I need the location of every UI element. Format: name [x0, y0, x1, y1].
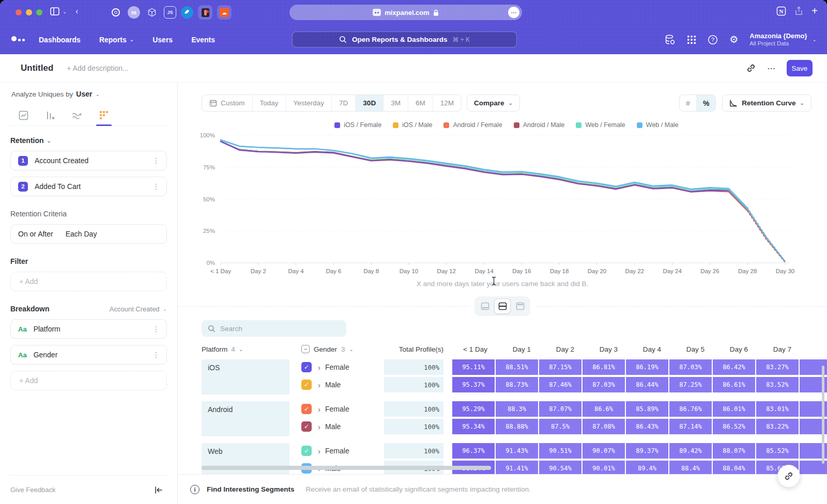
- mode-absolute[interactable]: #: [680, 95, 697, 111]
- help-icon[interactable]: ?: [708, 35, 718, 45]
- retention-step-card[interactable]: 2Added To Cart⋮: [10, 177, 167, 196]
- notion-icon[interactable]: N: [776, 6, 786, 16]
- segments-title[interactable]: Find Interesting Segments: [207, 485, 295, 493]
- step-options-icon[interactable]: ⋮: [152, 156, 160, 165]
- js-extension-icon[interactable]: JS: [164, 6, 176, 19]
- day-column-header[interactable]: Day 7: [756, 345, 799, 353]
- day-column-header[interactable]: Day 4: [626, 345, 668, 353]
- retention-value-cell[interactable]: 86.44%: [626, 377, 668, 392]
- range-custom[interactable]: Custom: [202, 95, 253, 111]
- breakdown-options-icon[interactable]: ⋮: [152, 351, 160, 359]
- series-line-android-female[interactable]: [221, 141, 747, 211]
- retention-line-chart[interactable]: 100%75%50%25%0%< 1 DayDay 2Day 4Day 6Day…: [178, 130, 827, 279]
- retention-value-cell[interactable]: 90.54%: [539, 461, 581, 474]
- pinned-tab-icon[interactable]: [198, 5, 212, 20]
- series-line-ios-male[interactable]: [221, 141, 747, 210]
- retention-value-cell[interactable]: 85.52%: [756, 443, 799, 459]
- more-options-icon[interactable]: ⋯: [767, 64, 775, 73]
- target-extension-icon[interactable]: [109, 5, 123, 20]
- add-breakdown-button[interactable]: + Add: [10, 371, 167, 390]
- back-button[interactable]: ‹: [75, 6, 79, 17]
- retention-value-cell[interactable]: 83.27%: [756, 359, 799, 375]
- series-checkbox[interactable]: ✓: [301, 380, 312, 390]
- series-line-web-male[interactable]: [747, 208, 785, 261]
- retention-value-cell[interactable]: 87.03%: [583, 377, 625, 392]
- settings-gear-icon[interactable]: ⚙: [729, 34, 738, 45]
- retention-value-cell[interactable]: 88.88%: [496, 419, 538, 434]
- zoom-window-button[interactable]: [36, 9, 42, 15]
- retention-value-cell[interactable]: 87.46%: [539, 377, 581, 392]
- share-icon[interactable]: [794, 6, 803, 16]
- breakdown-options-icon[interactable]: ⋮: [152, 325, 160, 333]
- minimize-window-button[interactable]: [26, 9, 32, 15]
- analyze-value[interactable]: User: [76, 90, 92, 98]
- expand-chevron-icon[interactable]: ›: [318, 405, 320, 414]
- retention-value-cell[interactable]: 96.37%: [452, 443, 495, 459]
- retention-value-cell[interactable]: 86.6%: [583, 401, 625, 417]
- retention-value-cell[interactable]: 95.11%: [452, 359, 495, 375]
- retention-value-cell[interactable]: 87.08%: [583, 419, 625, 434]
- retention-value-cell[interactable]: 83.01%: [756, 401, 799, 417]
- retention-value-cell[interactable]: 95.34%: [452, 419, 495, 434]
- retention-value-cell[interactable]: 87.03%: [669, 359, 712, 375]
- tab-flows[interactable]: [70, 111, 84, 120]
- nav-item-reports[interactable]: Reports⌄: [99, 36, 134, 44]
- criteria-each-day[interactable]: Each Day: [66, 230, 97, 238]
- legend-item[interactable]: iOS / Male: [393, 121, 432, 129]
- day-column-header[interactable]: Day 3: [583, 345, 625, 353]
- retention-value-cell[interactable]: 85.89%: [626, 401, 668, 417]
- retention-value-cell[interactable]: 86.43%: [626, 419, 668, 434]
- retention-step-card[interactable]: 1Account Created⋮: [10, 151, 167, 170]
- retention-value-cell[interactable]: 89.42%: [669, 443, 712, 459]
- expand-chevron-icon[interactable]: ›: [318, 447, 320, 455]
- apps-grid-icon[interactable]: [687, 35, 696, 44]
- range-yesterday[interactable]: Yesterday: [286, 95, 332, 111]
- copy-link-icon[interactable]: [746, 64, 756, 73]
- range-30d[interactable]: 30D: [356, 95, 384, 111]
- retention-value-cell[interactable]: 88.04%: [713, 461, 755, 474]
- retention-value-cell[interactable]: 89.37%: [626, 443, 668, 459]
- day-column-header[interactable]: Day 2: [539, 345, 581, 353]
- soundcloud-extension-icon[interactable]: ☁: [217, 5, 232, 20]
- range-12m[interactable]: 12M: [433, 95, 461, 111]
- retention-criteria-card[interactable]: On or After Each Day: [10, 224, 167, 244]
- retention-value-cell[interactable]: 90.01%: [583, 461, 625, 474]
- retention-value-cell[interactable]: 86.61%: [713, 377, 755, 392]
- legend-item[interactable]: Web / Male: [637, 121, 679, 129]
- m-extension-icon[interactable]: m: [128, 6, 140, 19]
- legend-item[interactable]: iOS / Female: [334, 121, 381, 129]
- retention-value-cell[interactable]: 86.52%: [713, 419, 755, 434]
- retention-value-cell[interactable]: 88.51%: [496, 359, 538, 375]
- retention-value-cell[interactable]: 88.73%: [496, 377, 538, 392]
- series-line-web-male[interactable]: [221, 140, 747, 208]
- tab-retention[interactable]: [97, 111, 111, 120]
- series-checkbox[interactable]: ✓: [301, 446, 312, 456]
- analyze-uniques-by[interactable]: Analyze Uniques by User ⌄: [10, 90, 167, 98]
- retention-value-cell[interactable]: 88.07%: [713, 443, 755, 459]
- nav-item-users[interactable]: Users: [152, 36, 173, 44]
- retention-value-cell[interactable]: 83.52%: [756, 377, 799, 392]
- cube-extension-icon[interactable]: [145, 5, 159, 20]
- report-title[interactable]: Untitled: [21, 63, 53, 73]
- add-filter-button[interactable]: + Add: [10, 272, 167, 291]
- retention-value-cell[interactable]: 86.42%: [713, 359, 755, 375]
- series-checkbox[interactable]: ✓: [301, 421, 312, 432]
- mixpanel-logo-icon[interactable]: [11, 36, 25, 41]
- project-switcher[interactable]: Amazonia {Demo} All Project Data ⌄: [749, 32, 817, 48]
- report-description-placeholder[interactable]: + Add description...: [67, 64, 128, 72]
- range-today[interactable]: Today: [253, 95, 286, 111]
- expand-chevron-icon[interactable]: ›: [318, 381, 320, 389]
- retention-value-cell[interactable]: 86.19%: [626, 359, 668, 375]
- retention-value-cell[interactable]: 86.76%: [669, 401, 712, 417]
- url-bar[interactable]: mixpanel.com ⋯: [289, 5, 522, 20]
- expand-chevron-icon[interactable]: ›: [318, 422, 320, 431]
- range-7d[interactable]: 7D: [332, 95, 356, 111]
- step-options-icon[interactable]: ⋮: [152, 182, 160, 191]
- retention-value-cell[interactable]: 83.22%: [756, 419, 799, 434]
- retention-value-cell[interactable]: 86.01%: [713, 401, 755, 417]
- breakdown-card-gender[interactable]: AaGender⋮: [10, 345, 167, 365]
- column-platform[interactable]: Platform 4 ⌄: [202, 345, 289, 353]
- retention-section-title[interactable]: Retention ⌄: [10, 136, 167, 145]
- select-all-checkbox[interactable]: −: [301, 345, 310, 353]
- retention-value-cell[interactable]: 87.25%: [669, 377, 712, 392]
